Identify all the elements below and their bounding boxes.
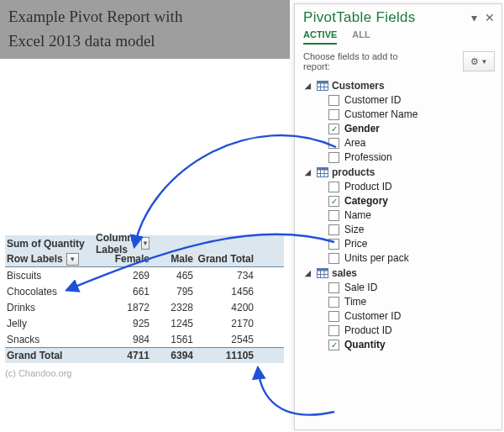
field-item[interactable]: Price <box>328 238 498 250</box>
checkbox-icon[interactable] <box>328 152 339 163</box>
table-header[interactable]: ◢Customers <box>305 80 498 92</box>
close-icon[interactable]: ✕ <box>485 12 495 24</box>
table-row: Biscuits 269 465 734 <box>5 267 284 283</box>
field-item[interactable]: Sale ID <box>328 282 498 293</box>
field-label: Price <box>344 238 367 250</box>
checkbox-icon[interactable] <box>328 253 339 264</box>
field-item[interactable]: Name <box>328 209 498 221</box>
field-label: Product ID <box>344 324 392 336</box>
table-header[interactable]: ◢sales <box>305 267 498 279</box>
field-item[interactable]: Product ID <box>328 181 498 192</box>
table-row: Jelly 925 1245 2170 <box>5 315 284 331</box>
row-label: Biscuits <box>5 270 96 282</box>
cell: 465 <box>153 270 197 282</box>
table-row: Drinks 1872 2328 4200 <box>5 299 284 315</box>
row-label: Jelly <box>5 318 96 329</box>
column-labels-text: Column Labels <box>96 232 139 256</box>
checkbox-icon[interactable] <box>328 325 339 336</box>
cell: 1245 <box>153 318 197 329</box>
field-label: Size <box>344 224 364 235</box>
checkbox-icon[interactable] <box>328 224 339 235</box>
banner-line-1: Example Pivot Report with <box>8 5 281 29</box>
table-name: sales <box>332 267 357 279</box>
grand-total-label: Grand Total <box>5 350 96 361</box>
checkbox-icon[interactable] <box>328 311 339 322</box>
col-grandtotal: Grand Total <box>197 253 257 265</box>
svg-rect-11 <box>318 269 328 271</box>
field-tree[interactable]: ◢CustomersCustomer IDCustomer NameGender… <box>295 75 501 429</box>
row-labels-cell[interactable]: Row Labels ▼ <box>5 253 96 266</box>
pane-tabs: ACTIVE ALL <box>295 29 501 45</box>
field-item[interactable]: Size <box>328 224 498 235</box>
table-header[interactable]: ◢products <box>305 166 498 178</box>
checkbox-icon[interactable] <box>328 124 339 134</box>
expand-icon: ◢ <box>305 168 313 176</box>
field-item[interactable]: Area <box>328 137 498 149</box>
checkbox-icon[interactable] <box>328 210 339 221</box>
cell: 4200 <box>197 302 257 313</box>
field-item[interactable]: Quantity <box>328 339 498 350</box>
pivot-table: Sum of Quantity Column Labels ▼ Row Labe… <box>5 235 284 363</box>
cell: 1872 <box>96 302 153 313</box>
field-item[interactable]: Profession <box>328 151 498 163</box>
tab-all[interactable]: ALL <box>352 29 370 45</box>
expand-icon: ◢ <box>305 269 313 277</box>
pane-title: PivotTable Fields <box>303 9 416 26</box>
field-item[interactable]: Customer Name <box>328 108 498 120</box>
cell: 734 <box>197 270 257 282</box>
credit-text: (c) Chandoo.org <box>5 368 72 378</box>
field-label: Customer ID <box>344 310 401 322</box>
checkbox-icon[interactable] <box>328 282 339 293</box>
pivot-header-2: Row Labels ▼ Female Male Grand Total <box>5 251 284 267</box>
field-item[interactable]: Gender <box>328 123 498 134</box>
cell: 2328 <box>153 302 197 313</box>
table-name: Customers <box>332 80 385 92</box>
tools-button[interactable]: ⚙ ▼ <box>463 51 495 71</box>
measure-cell: Sum of Quantity <box>5 238 96 250</box>
table-name: products <box>332 166 375 178</box>
cell: 984 <box>96 334 153 345</box>
checkbox-icon[interactable] <box>328 196 339 207</box>
row-label: Snacks <box>5 334 96 345</box>
field-item[interactable]: Time <box>328 296 498 308</box>
grand-total-row: Grand Total 4711 6394 11105 <box>5 347 284 363</box>
field-label: Profession <box>344 151 392 163</box>
field-item[interactable]: Customer ID <box>328 310 498 322</box>
field-item[interactable]: Customer ID <box>328 94 498 106</box>
field-label: Time <box>344 296 366 308</box>
chevron-down-icon: ▼ <box>481 58 488 66</box>
field-label: Area <box>344 137 365 149</box>
checkbox-icon[interactable] <box>328 95 339 106</box>
checkbox-icon[interactable] <box>328 138 339 149</box>
row-labels-dropdown-icon[interactable]: ▼ <box>66 253 79 266</box>
pane-prompt: Choose fields to add to report: <box>303 51 412 71</box>
banner-line-2: Excel 2013 data model <box>8 29 281 54</box>
field-item[interactable]: Product ID <box>328 324 498 336</box>
cell: 4711 <box>96 350 153 361</box>
cell: 11105 <box>197 350 257 361</box>
checkbox-icon[interactable] <box>328 297 339 308</box>
pivot-header-1: Sum of Quantity Column Labels ▼ <box>5 235 284 251</box>
field-label: Customer Name <box>344 108 417 120</box>
col-female: Female <box>96 253 153 265</box>
row-label: Drinks <box>5 302 96 313</box>
column-labels-dropdown-icon[interactable]: ▼ <box>141 237 150 250</box>
checkbox-icon[interactable] <box>328 239 339 250</box>
pivottable-fields-pane: PivotTable Fields ▾ ✕ ACTIVE ALL Choose … <box>294 3 502 430</box>
field-item[interactable]: Units per pack <box>328 252 498 264</box>
column-labels-cell[interactable]: Column Labels ▼ <box>96 232 153 256</box>
field-item[interactable]: Category <box>328 195 498 207</box>
cell: 795 <box>153 286 197 298</box>
field-label: Units per pack <box>344 252 409 264</box>
table-row: Snacks 984 1561 2545 <box>5 331 284 347</box>
row-labels-text: Row Labels <box>7 253 63 265</box>
cell: 269 <box>96 270 153 282</box>
svg-rect-6 <box>318 168 328 171</box>
tab-active[interactable]: ACTIVE <box>303 29 337 45</box>
pane-dropdown-icon[interactable]: ▾ <box>471 12 477 24</box>
gear-icon: ⚙ <box>470 56 479 67</box>
checkbox-icon[interactable] <box>328 182 339 192</box>
checkbox-icon[interactable] <box>328 109 339 120</box>
checkbox-icon[interactable] <box>328 340 339 350</box>
field-label: Name <box>344 209 371 221</box>
